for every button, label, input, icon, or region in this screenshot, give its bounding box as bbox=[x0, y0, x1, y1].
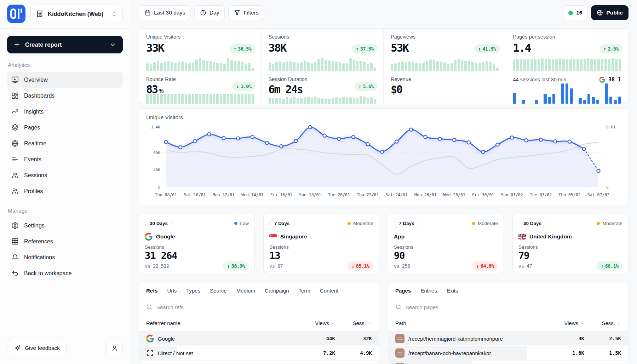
insight-title: Google bbox=[145, 233, 249, 241]
insight-card-united-kingdom[interactable]: 30 DaysModerateUnited KingdomSessions79v… bbox=[512, 214, 629, 273]
refs-tab-source[interactable]: Source bbox=[210, 288, 227, 294]
app-logo[interactable] bbox=[7, 5, 25, 23]
period-pill[interactable]: 30 Days bbox=[145, 219, 173, 228]
overview-icon bbox=[11, 76, 19, 83]
date-range-button[interactable]: Last 30 days bbox=[139, 5, 191, 20]
refs-tab-campaign[interactable]: Campaign bbox=[265, 288, 289, 294]
pages-tab-exits[interactable]: Exits bbox=[447, 288, 458, 294]
trend-up-arrow: ↑ bbox=[603, 46, 606, 52]
row-sessions: 32K bbox=[335, 336, 372, 341]
live-visitors-pill[interactable]: 16 bbox=[563, 5, 587, 20]
unique-visitors-chart-card: Unique Visitors 04008001.4K0.010Thu 08/0… bbox=[139, 108, 629, 205]
pages-icon bbox=[11, 124, 19, 131]
pages-search-input[interactable] bbox=[406, 304, 621, 310]
sidebar-item-overview[interactable]: Overview bbox=[7, 72, 123, 88]
sidebar-item-settings[interactable]: Settings bbox=[7, 218, 123, 233]
pages-col-sess[interactable]: Sess. bbox=[584, 320, 621, 326]
metric-value: $0 bbox=[391, 83, 499, 96]
pages-row-recept-banan-och-havrepannkakor[interactable]: /recept/banan-och-havrepannkakor1.8K1.5K bbox=[388, 346, 628, 360]
sidebar-item-events[interactable]: Events bbox=[7, 151, 123, 167]
refs-tab-term[interactable]: Term bbox=[298, 288, 310, 294]
pages-row-recept-hemmagjord-katrinplommonpure[interactable]: /recept/hemmagjord-katrinplommonpure3K2.… bbox=[388, 331, 628, 346]
calendar-icon bbox=[144, 10, 151, 16]
svg-text:800: 800 bbox=[153, 151, 160, 155]
insight-title-label: Google bbox=[156, 233, 175, 240]
public-button[interactable]: Public bbox=[591, 5, 629, 20]
row-sessions: 1.5K bbox=[584, 350, 621, 356]
refs-row-row[interactable] bbox=[139, 360, 379, 364]
unique-visitors-chart[interactable]: 04008001.4K0.010Thu 08/01Sat 10/01Mon 12… bbox=[146, 121, 621, 202]
refs-tab-refs[interactable]: Refs bbox=[146, 288, 158, 294]
pages-search bbox=[388, 299, 628, 315]
refs-tab-medium[interactable]: Medium bbox=[236, 288, 255, 294]
workspace-selector[interactable]: KiddoKitchen (Web) bbox=[30, 5, 123, 23]
metric-card-unique-visitors[interactable]: Unique Visitors33K↑36.5% bbox=[139, 29, 262, 71]
create-report-button[interactable]: Create report bbox=[7, 36, 123, 53]
metric-card-pageviews[interactable]: Pageviews53K↑41.9% bbox=[384, 29, 506, 71]
insight-card-singapore[interactable]: 7 DaysModerateSingaporeSessions13vs 87↓8… bbox=[263, 214, 379, 273]
level-dot-icon bbox=[472, 222, 475, 225]
realtime-icon bbox=[11, 140, 19, 147]
uk-flag-icon bbox=[518, 234, 526, 239]
interval-button[interactable]: Day bbox=[194, 5, 225, 20]
sidebar-item-realtime[interactable]: Realtime bbox=[7, 135, 123, 151]
date-range-label: Last 30 days bbox=[154, 10, 185, 16]
metric-card-bounce-rate[interactable]: Bounce Rate83%↓1.0% bbox=[139, 71, 262, 104]
sidebar-item-sessions[interactable]: Sessions bbox=[7, 167, 123, 183]
delta-value: 5.6% bbox=[363, 83, 374, 89]
refs-tab-urls[interactable]: Urls bbox=[167, 288, 177, 294]
refs-row-google[interactable]: Google44K32K bbox=[139, 331, 379, 346]
sidebar-item-back-to-workspace[interactable]: Back to workspace bbox=[7, 265, 123, 281]
sidebar-footer: Give feedback bbox=[0, 334, 130, 364]
svg-text:1.4K: 1.4K bbox=[151, 125, 161, 129]
level-dot-icon bbox=[597, 222, 600, 225]
refs-tab-content[interactable]: Content bbox=[320, 288, 339, 294]
insight-card-app[interactable]: 7 DaysModerateAppSessions90vs 256↓64.8% bbox=[388, 214, 504, 273]
pages-tab-pages[interactable]: Pages bbox=[395, 288, 411, 294]
period-pill[interactable]: 30 Days bbox=[518, 219, 546, 228]
sidebar-item-notifications[interactable]: Notifications bbox=[7, 249, 123, 265]
realtime-card[interactable]: 44 sessions last 30 min381 bbox=[506, 71, 629, 104]
pages-row-row[interactable] bbox=[388, 360, 628, 364]
row-name: Direct / Not set bbox=[146, 349, 298, 357]
insight-compare: vs 87 bbox=[269, 263, 283, 269]
back-icon bbox=[11, 270, 19, 277]
refs-search-input[interactable] bbox=[156, 304, 372, 310]
column-label: Sess. bbox=[352, 320, 366, 326]
insight-title: App bbox=[394, 233, 498, 241]
sidebar-item-references[interactable]: References bbox=[7, 233, 123, 249]
period-pill[interactable]: 7 Days bbox=[394, 219, 419, 228]
metric-card-pages-per-session[interactable]: Pages per session1.4↑2.9% bbox=[506, 29, 629, 71]
insight-card-google[interactable]: 30 DaysLowGoogleSessions31 264vs 22 512↑… bbox=[139, 214, 255, 273]
profile-button[interactable] bbox=[107, 340, 123, 356]
events-icon bbox=[11, 156, 19, 163]
pages-col-views[interactable]: Views bbox=[547, 320, 584, 326]
chart-title: Unique Visitors bbox=[146, 114, 621, 121]
refs-row-direct-not-set[interactable]: Direct / Not set7.2K4.9K bbox=[139, 346, 379, 360]
metric-card-revenue[interactable]: Revenue$0 bbox=[384, 71, 506, 104]
svg-text:Fri 30/01: Fri 30/01 bbox=[472, 192, 494, 197]
sidebar-item-dashboards[interactable]: Dashboards bbox=[7, 88, 123, 104]
sidebar-item-profiles[interactable]: Profiles bbox=[7, 183, 123, 199]
live-count: 16 bbox=[576, 10, 582, 16]
refs-col-sess[interactable]: Sess. bbox=[335, 320, 372, 326]
period-pill[interactable]: 7 Days bbox=[269, 219, 295, 228]
bottom-tables: RefsUrlsTypesSourceMediumCampaignTermCon… bbox=[139, 282, 629, 364]
give-feedback-button[interactable]: Give feedback bbox=[7, 340, 67, 356]
metric-card-sessions[interactable]: Sessions38K↑37.5% bbox=[262, 29, 384, 71]
insight-value: 79 bbox=[518, 250, 622, 261]
row-name-label: /recept/hemmagjord-katrinplommonpure bbox=[408, 336, 503, 342]
create-report-label: Create report bbox=[25, 41, 62, 48]
pages-tab-entries[interactable]: Entries bbox=[420, 288, 437, 294]
refs-col-views[interactable]: Views bbox=[298, 320, 335, 326]
sidebar-item-pages[interactable]: Pages bbox=[7, 120, 123, 135]
svg-text:Wed 28/01: Wed 28/01 bbox=[443, 192, 465, 197]
svg-text:Thu 05/02: Thu 05/02 bbox=[558, 192, 580, 197]
sidebar-item-insights[interactable]: Insights bbox=[7, 104, 123, 120]
svg-text:Thu 22/01: Thu 22/01 bbox=[357, 192, 379, 197]
filters-button[interactable]: Filters bbox=[228, 5, 264, 20]
refs-tab-types[interactable]: Types bbox=[186, 288, 200, 294]
insight-title: United Kingdom bbox=[518, 233, 622, 241]
row-name: /recept/hemmagjord-katrinplommonpure bbox=[395, 334, 547, 343]
metric-card-session-duration[interactable]: Session Duration6m 24s↑5.6% bbox=[262, 71, 384, 104]
